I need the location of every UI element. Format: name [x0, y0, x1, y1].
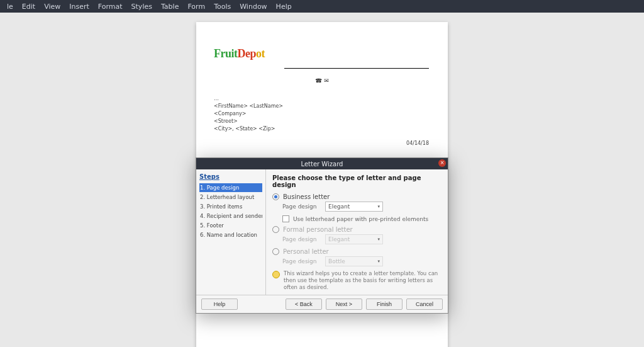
step-4-recipient-sender[interactable]: 4. Recipient and sender — [199, 212, 262, 220]
menu-styles[interactable]: Styles — [127, 3, 157, 11]
header-rule — [284, 68, 429, 69]
dialog-titlebar[interactable]: Letter Wizard × — [196, 158, 448, 169]
menu-file[interactable]: le — [3, 3, 18, 11]
wizard-hint-text: This wizard helps you to create a letter… — [284, 270, 441, 291]
chevron-down-icon: ▾ — [377, 204, 380, 209]
menu-form[interactable]: Form — [183, 3, 209, 11]
logo-part-2: Dep — [238, 47, 257, 60]
contact-icons: ☎ ✉ — [196, 77, 448, 84]
addr-line-2: <Company> — [214, 110, 432, 118]
personal-page-design-value: Bottle — [328, 258, 345, 265]
logo-part-3: ot — [256, 47, 265, 60]
step-6-name-location[interactable]: 6. Name and location — [199, 230, 262, 239]
logo: FruitDepot — [214, 47, 432, 60]
chevron-down-icon: ▾ — [377, 237, 380, 242]
menu-format[interactable]: Format — [94, 3, 127, 11]
radio-business-letter[interactable] — [272, 193, 279, 200]
help-button[interactable]: Help — [201, 299, 238, 310]
step-1-page-design[interactable]: 1. Page design — [199, 183, 262, 192]
back-button[interactable]: < Back — [286, 299, 322, 310]
radio-formal-personal-letter-label: Formal personal letter — [283, 226, 353, 233]
address-block: … <FirstName> <LastName> <Company> <Stre… — [214, 95, 432, 133]
formal-page-design-label: Page design — [282, 236, 321, 242]
checkbox-preprinted-letterhead-label: Use letterhead paper with pre-printed el… — [293, 216, 428, 222]
menu-table[interactable]: Table — [157, 3, 183, 11]
menu-tools[interactable]: Tools — [209, 3, 235, 11]
wizard-content-panel: Please choose the type of letter and pag… — [266, 169, 448, 295]
addr-line-1: <FirstName> <LastName> — [214, 103, 432, 110]
business-page-design-value: Elegant — [328, 203, 350, 210]
checkbox-preprinted-letterhead[interactable] — [282, 215, 289, 222]
formal-page-design-combo: Elegant ▾ — [325, 234, 383, 244]
wizard-hint: This wizard helps you to create a letter… — [272, 270, 441, 291]
close-icon[interactable]: × — [438, 159, 446, 167]
personal-page-design-combo: Bottle ▾ — [325, 256, 383, 266]
addr-line-3: <Street> — [214, 118, 432, 125]
next-button[interactable]: Next > — [326, 299, 362, 310]
steps-heading: Steps — [199, 173, 262, 180]
cancel-button[interactable]: Cancel — [406, 299, 443, 310]
formal-page-design-value: Elegant — [328, 236, 350, 242]
radio-formal-personal-letter[interactable] — [272, 226, 279, 233]
panel-heading: Please choose the type of letter and pag… — [272, 174, 441, 188]
radio-business-letter-label: Business letter — [283, 193, 330, 200]
business-page-design-label: Page design — [282, 203, 321, 210]
menu-insert[interactable]: Insert — [65, 3, 94, 11]
menu-edit[interactable]: Edit — [18, 3, 40, 11]
letter-wizard-dialog: Letter Wizard × Steps 1. Page design 2. … — [196, 157, 448, 314]
menu-bar: le Edit View Insert Format Styles Table … — [0, 0, 644, 13]
chevron-down-icon: ▾ — [377, 259, 380, 264]
addr-line-4: <City>, <State> <Zip> — [214, 125, 432, 133]
radio-personal-letter-label: Personal letter — [283, 248, 329, 255]
menu-help[interactable]: Help — [272, 3, 296, 11]
business-page-design-combo[interactable]: Elegant ▾ — [325, 202, 383, 212]
radio-personal-letter[interactable] — [272, 248, 279, 255]
finish-button[interactable]: Finish — [366, 299, 402, 310]
step-3-printed-items[interactable]: 3. Printed items — [199, 202, 262, 211]
menu-window[interactable]: Window — [235, 3, 271, 11]
date-field: 04/14/18 — [406, 140, 429, 146]
lightbulb-icon — [272, 271, 280, 278]
addr-line-0: … — [214, 95, 432, 103]
step-5-footer[interactable]: 5. Footer — [199, 221, 262, 230]
step-2-letterhead-layout[interactable]: 2. Letterhead layout — [199, 193, 262, 202]
dialog-title: Letter Wizard — [301, 161, 343, 168]
menu-view[interactable]: View — [40, 3, 65, 11]
logo-part-1: Fruit — [214, 47, 238, 60]
wizard-steps-panel: Steps 1. Page design 2. Letterhead layou… — [196, 169, 266, 295]
dialog-footer: Help < Back Next > Finish Cancel — [196, 295, 448, 313]
personal-page-design-label: Page design — [282, 258, 321, 265]
